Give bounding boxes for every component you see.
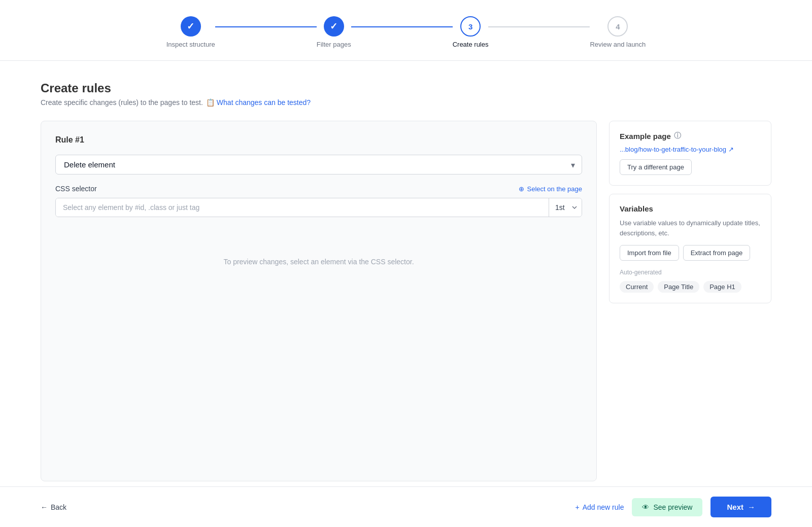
step-number-4: 4 — [616, 22, 620, 31]
main-content: Create rules Create specific changes (ru… — [0, 61, 812, 481]
stepper: ✓ Inspect structure ✓ Filter pages 3 Cre… — [0, 0, 812, 61]
rule-title: Rule #1 — [55, 135, 582, 145]
help-link[interactable]: 📋 What changes can be tested? — [206, 98, 311, 107]
step-filter: ✓ Filter pages — [317, 16, 351, 48]
variables-subtitle: Use variable values to dynamically updat… — [620, 218, 761, 238]
next-arrow-icon: → — [748, 503, 755, 511]
try-different-button[interactable]: Try a different page — [620, 159, 692, 175]
page-title: Create rules — [41, 81, 771, 95]
add-rule-label: Add new rule — [583, 503, 624, 511]
add-rule-button[interactable]: + Add new rule — [576, 503, 624, 511]
tags-container: Current Page Title Page H1 — [620, 281, 761, 293]
cursor-icon: ⊕ — [519, 185, 524, 193]
example-page-link[interactable]: ...blog/how-to-get-traffic-to-your-blog … — [620, 146, 761, 153]
bottom-right: + Add new rule 👁 See preview Next → — [576, 497, 771, 517]
action-select-wrapper: Delete element Change text Change attrib… — [55, 155, 582, 174]
variables-buttons: Import from file Extract from page — [620, 245, 761, 261]
example-page-title: Example page ⓘ — [620, 131, 761, 140]
step-circle-1: ✓ — [181, 16, 201, 37]
css-selector-header: CSS selector ⊕ Select on the page — [55, 185, 582, 193]
checkmark-icon: ✓ — [187, 21, 194, 32]
step-circle-3: 3 — [460, 16, 481, 37]
eye-icon: 👁 — [642, 503, 649, 511]
see-preview-label: See preview — [653, 503, 692, 511]
step-number-3: 3 — [468, 22, 472, 31]
back-label: Back — [51, 503, 66, 511]
auto-generated-label: Auto-generated — [620, 269, 761, 276]
css-selector-label: CSS selector — [55, 185, 97, 193]
next-label: Next — [727, 503, 743, 511]
step-create: 3 Create rules — [453, 16, 489, 48]
help-link-text: What changes can be tested? — [217, 98, 311, 107]
preview-message-text: To preview changes, select an element vi… — [223, 258, 414, 266]
external-link-icon: ↗ — [728, 146, 734, 153]
css-input[interactable] — [56, 198, 549, 217]
rule-card: Rule #1 Delete element Change text Chang… — [41, 121, 597, 481]
step-label-inspect: Inspect structure — [166, 41, 215, 48]
subtitle-text: Create specific changes (rules) to the p… — [41, 98, 203, 107]
step-circle-4: 4 — [607, 16, 628, 37]
tag-current[interactable]: Current — [620, 281, 654, 293]
example-page-link-text: ...blog/how-to-get-traffic-to-your-blog — [620, 146, 726, 153]
plus-icon: + — [576, 503, 580, 511]
step-label-create: Create rules — [453, 41, 489, 48]
step-label-filter: Filter pages — [317, 41, 351, 48]
step-inspect: ✓ Inspect structure — [166, 16, 215, 48]
variables-title: Variables — [620, 204, 761, 213]
info-icon[interactable]: ⓘ — [674, 131, 681, 140]
step-circle-2: ✓ — [324, 16, 344, 37]
see-preview-button[interactable]: 👁 See preview — [632, 498, 702, 516]
bottom-bar: ← Back + Add new rule 👁 See preview Next… — [0, 486, 812, 527]
help-link-icon: 📋 — [206, 98, 215, 107]
checkmark-icon-2: ✓ — [330, 21, 337, 32]
connector-1-2 — [215, 26, 317, 27]
occurrence-select[interactable]: 1st 2nd 3rd All — [549, 198, 582, 217]
back-arrow-icon: ← — [41, 503, 48, 511]
import-from-file-button[interactable]: Import from file — [620, 245, 679, 261]
next-button[interactable]: Next → — [710, 497, 771, 517]
tag-page-title[interactable]: Page Title — [658, 281, 699, 293]
select-on-page-link[interactable]: ⊕ Select on the page — [519, 185, 582, 193]
select-on-page-text: Select on the page — [527, 185, 582, 193]
step-label-review: Review and launch — [590, 41, 646, 48]
page-subtitle: Create specific changes (rules) to the p… — [41, 98, 771, 107]
content-layout: Rule #1 Delete element Change text Chang… — [41, 121, 771, 481]
connector-2-3 — [351, 26, 453, 27]
sidebar: Example page ⓘ ...blog/how-to-get-traffi… — [609, 121, 771, 481]
example-page-card: Example page ⓘ ...blog/how-to-get-traffi… — [609, 121, 771, 186]
variables-card: Variables Use variable values to dynamic… — [609, 194, 771, 303]
connector-3-4 — [488, 26, 590, 27]
tag-page-h1[interactable]: Page H1 — [703, 281, 741, 293]
action-select[interactable]: Delete element Change text Change attrib… — [55, 155, 582, 174]
back-button[interactable]: ← Back — [41, 503, 66, 511]
preview-message: To preview changes, select an element vi… — [55, 258, 582, 266]
css-input-row: 1st 2nd 3rd All — [55, 198, 582, 217]
step-review: 4 Review and launch — [590, 16, 646, 48]
extract-from-page-button[interactable]: Extract from page — [683, 245, 751, 261]
css-selector-section: CSS selector ⊕ Select on the page 1st 2n… — [55, 185, 582, 217]
